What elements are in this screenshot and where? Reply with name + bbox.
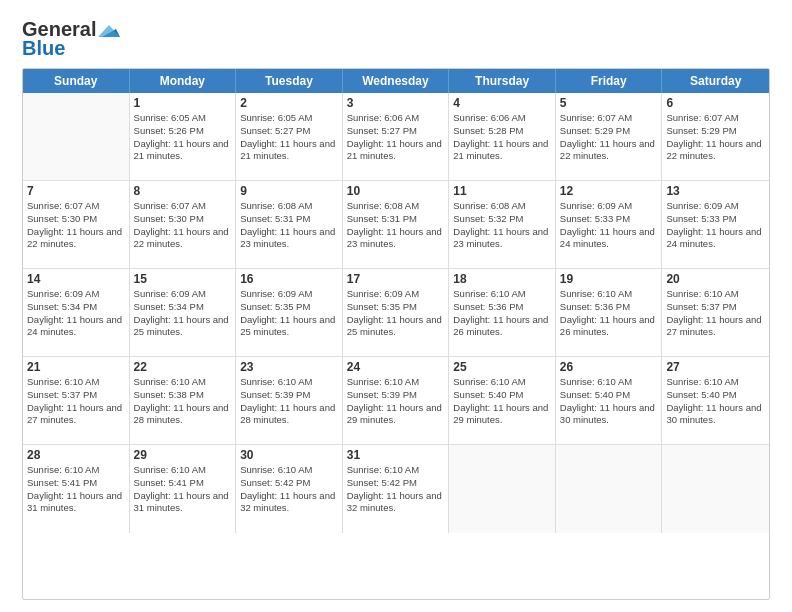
calendar-cell: 11Sunrise: 6:08 AMSunset: 5:32 PMDayligh… — [449, 181, 556, 268]
calendar-cell: 20Sunrise: 6:10 AMSunset: 5:37 PMDayligh… — [662, 269, 769, 356]
day-info: Sunrise: 6:07 AMSunset: 5:30 PMDaylight:… — [27, 200, 125, 251]
day-info: Sunrise: 6:06 AMSunset: 5:27 PMDaylight:… — [347, 112, 445, 163]
day-info: Sunrise: 6:06 AMSunset: 5:28 PMDaylight:… — [453, 112, 551, 163]
day-info: Sunrise: 6:10 AMSunset: 5:40 PMDaylight:… — [666, 376, 765, 427]
calendar-cell: 9Sunrise: 6:08 AMSunset: 5:31 PMDaylight… — [236, 181, 343, 268]
calendar-row: 1Sunrise: 6:05 AMSunset: 5:26 PMDaylight… — [23, 93, 769, 181]
weekday-header: Monday — [130, 69, 237, 93]
calendar-cell: 22Sunrise: 6:10 AMSunset: 5:38 PMDayligh… — [130, 357, 237, 444]
calendar-cell — [449, 445, 556, 533]
calendar-cell — [662, 445, 769, 533]
day-number: 8 — [134, 184, 232, 198]
day-info: Sunrise: 6:10 AMSunset: 5:37 PMDaylight:… — [666, 288, 765, 339]
calendar-header: SundayMondayTuesdayWednesdayThursdayFrid… — [23, 69, 769, 93]
weekday-header: Wednesday — [343, 69, 450, 93]
calendar-cell — [556, 445, 663, 533]
weekday-header: Thursday — [449, 69, 556, 93]
day-number: 11 — [453, 184, 551, 198]
day-number: 9 — [240, 184, 338, 198]
day-info: Sunrise: 6:07 AMSunset: 5:30 PMDaylight:… — [134, 200, 232, 251]
day-number: 16 — [240, 272, 338, 286]
weekday-header: Tuesday — [236, 69, 343, 93]
calendar-row: 21Sunrise: 6:10 AMSunset: 5:37 PMDayligh… — [23, 357, 769, 445]
day-info: Sunrise: 6:10 AMSunset: 5:36 PMDaylight:… — [453, 288, 551, 339]
day-info: Sunrise: 6:05 AMSunset: 5:26 PMDaylight:… — [134, 112, 232, 163]
page: General Blue SundayMondayTuesdayWednesda… — [0, 0, 792, 612]
calendar-cell: 29Sunrise: 6:10 AMSunset: 5:41 PMDayligh… — [130, 445, 237, 533]
calendar-cell: 17Sunrise: 6:09 AMSunset: 5:35 PMDayligh… — [343, 269, 450, 356]
calendar-cell: 2Sunrise: 6:05 AMSunset: 5:27 PMDaylight… — [236, 93, 343, 180]
day-number: 18 — [453, 272, 551, 286]
day-info: Sunrise: 6:09 AMSunset: 5:35 PMDaylight:… — [347, 288, 445, 339]
calendar-cell: 25Sunrise: 6:10 AMSunset: 5:40 PMDayligh… — [449, 357, 556, 444]
day-info: Sunrise: 6:09 AMSunset: 5:33 PMDaylight:… — [560, 200, 658, 251]
day-number: 26 — [560, 360, 658, 374]
day-number: 17 — [347, 272, 445, 286]
calendar-cell: 16Sunrise: 6:09 AMSunset: 5:35 PMDayligh… — [236, 269, 343, 356]
calendar-cell: 31Sunrise: 6:10 AMSunset: 5:42 PMDayligh… — [343, 445, 450, 533]
logo-icon — [98, 19, 120, 41]
calendar-cell: 8Sunrise: 6:07 AMSunset: 5:30 PMDaylight… — [130, 181, 237, 268]
day-number: 5 — [560, 96, 658, 110]
day-number: 15 — [134, 272, 232, 286]
calendar-cell: 24Sunrise: 6:10 AMSunset: 5:39 PMDayligh… — [343, 357, 450, 444]
day-number: 12 — [560, 184, 658, 198]
day-info: Sunrise: 6:08 AMSunset: 5:31 PMDaylight:… — [240, 200, 338, 251]
day-info: Sunrise: 6:10 AMSunset: 5:39 PMDaylight:… — [347, 376, 445, 427]
day-number: 2 — [240, 96, 338, 110]
calendar-cell: 10Sunrise: 6:08 AMSunset: 5:31 PMDayligh… — [343, 181, 450, 268]
logo-blue: Blue — [22, 37, 65, 60]
day-info: Sunrise: 6:09 AMSunset: 5:34 PMDaylight:… — [27, 288, 125, 339]
day-info: Sunrise: 6:08 AMSunset: 5:32 PMDaylight:… — [453, 200, 551, 251]
day-info: Sunrise: 6:10 AMSunset: 5:39 PMDaylight:… — [240, 376, 338, 427]
day-number: 20 — [666, 272, 765, 286]
day-number: 6 — [666, 96, 765, 110]
calendar-cell: 19Sunrise: 6:10 AMSunset: 5:36 PMDayligh… — [556, 269, 663, 356]
day-info: Sunrise: 6:05 AMSunset: 5:27 PMDaylight:… — [240, 112, 338, 163]
calendar-cell: 27Sunrise: 6:10 AMSunset: 5:40 PMDayligh… — [662, 357, 769, 444]
day-info: Sunrise: 6:10 AMSunset: 5:37 PMDaylight:… — [27, 376, 125, 427]
calendar-cell: 1Sunrise: 6:05 AMSunset: 5:26 PMDaylight… — [130, 93, 237, 180]
day-number: 30 — [240, 448, 338, 462]
day-number: 10 — [347, 184, 445, 198]
calendar-row: 14Sunrise: 6:09 AMSunset: 5:34 PMDayligh… — [23, 269, 769, 357]
header: General Blue — [22, 18, 770, 60]
calendar-cell: 15Sunrise: 6:09 AMSunset: 5:34 PMDayligh… — [130, 269, 237, 356]
day-info: Sunrise: 6:10 AMSunset: 5:41 PMDaylight:… — [134, 464, 232, 515]
weekday-header: Friday — [556, 69, 663, 93]
day-number: 19 — [560, 272, 658, 286]
day-info: Sunrise: 6:10 AMSunset: 5:42 PMDaylight:… — [347, 464, 445, 515]
calendar-cell: 21Sunrise: 6:10 AMSunset: 5:37 PMDayligh… — [23, 357, 130, 444]
day-info: Sunrise: 6:07 AMSunset: 5:29 PMDaylight:… — [666, 112, 765, 163]
calendar-cell: 13Sunrise: 6:09 AMSunset: 5:33 PMDayligh… — [662, 181, 769, 268]
day-number: 29 — [134, 448, 232, 462]
day-info: Sunrise: 6:09 AMSunset: 5:35 PMDaylight:… — [240, 288, 338, 339]
day-number: 21 — [27, 360, 125, 374]
calendar-cell: 12Sunrise: 6:09 AMSunset: 5:33 PMDayligh… — [556, 181, 663, 268]
day-info: Sunrise: 6:10 AMSunset: 5:42 PMDaylight:… — [240, 464, 338, 515]
calendar-cell: 4Sunrise: 6:06 AMSunset: 5:28 PMDaylight… — [449, 93, 556, 180]
day-number: 4 — [453, 96, 551, 110]
calendar-cell: 14Sunrise: 6:09 AMSunset: 5:34 PMDayligh… — [23, 269, 130, 356]
day-info: Sunrise: 6:08 AMSunset: 5:31 PMDaylight:… — [347, 200, 445, 251]
day-number: 25 — [453, 360, 551, 374]
day-number: 23 — [240, 360, 338, 374]
day-number: 1 — [134, 96, 232, 110]
day-info: Sunrise: 6:10 AMSunset: 5:41 PMDaylight:… — [27, 464, 125, 515]
day-number: 24 — [347, 360, 445, 374]
day-number: 28 — [27, 448, 125, 462]
calendar-cell: 7Sunrise: 6:07 AMSunset: 5:30 PMDaylight… — [23, 181, 130, 268]
weekday-header: Sunday — [23, 69, 130, 93]
calendar-cell: 3Sunrise: 6:06 AMSunset: 5:27 PMDaylight… — [343, 93, 450, 180]
day-info: Sunrise: 6:10 AMSunset: 5:36 PMDaylight:… — [560, 288, 658, 339]
day-info: Sunrise: 6:07 AMSunset: 5:29 PMDaylight:… — [560, 112, 658, 163]
calendar-cell: 6Sunrise: 6:07 AMSunset: 5:29 PMDaylight… — [662, 93, 769, 180]
day-number: 22 — [134, 360, 232, 374]
weekday-header: Saturday — [662, 69, 769, 93]
calendar-cell — [23, 93, 130, 180]
day-info: Sunrise: 6:10 AMSunset: 5:40 PMDaylight:… — [453, 376, 551, 427]
calendar-cell: 28Sunrise: 6:10 AMSunset: 5:41 PMDayligh… — [23, 445, 130, 533]
calendar-cell: 30Sunrise: 6:10 AMSunset: 5:42 PMDayligh… — [236, 445, 343, 533]
day-number: 13 — [666, 184, 765, 198]
calendar-cell: 23Sunrise: 6:10 AMSunset: 5:39 PMDayligh… — [236, 357, 343, 444]
